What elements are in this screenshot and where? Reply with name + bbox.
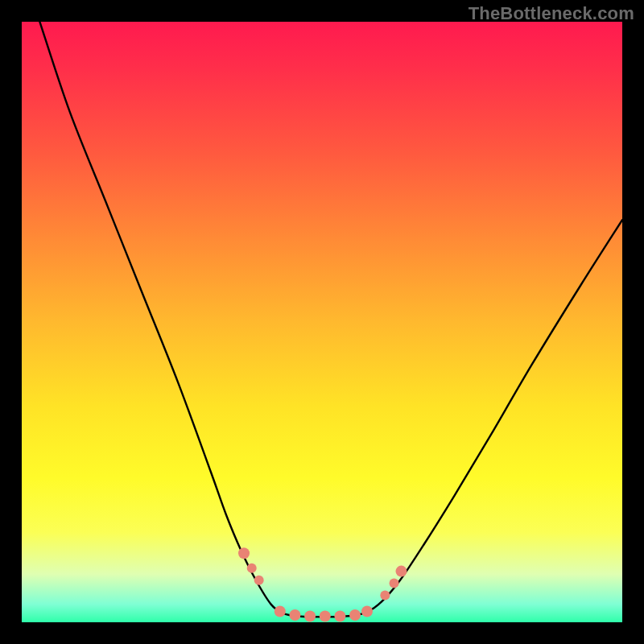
valley-marker [349,609,361,621]
valley-marker [320,611,331,622]
valley-marker [361,606,373,617]
valley-marker [395,566,407,577]
valley-marker [304,611,316,622]
plot-area [22,22,622,622]
valley-marker [334,611,345,622]
valley-marker [254,576,264,585]
valley-marker [275,606,286,617]
valley-markers [238,547,407,621]
watermark-text: TheBottleneck.com [469,3,634,24]
bottleneck-curve [39,22,622,617]
valley-marker [380,590,390,600]
valley-marker [390,579,399,588]
valley-marker [238,547,250,559]
chart-frame: TheBottleneck.com [0,0,644,644]
valley-marker [247,564,257,573]
curve-layer [22,22,622,622]
valley-marker [289,609,300,621]
